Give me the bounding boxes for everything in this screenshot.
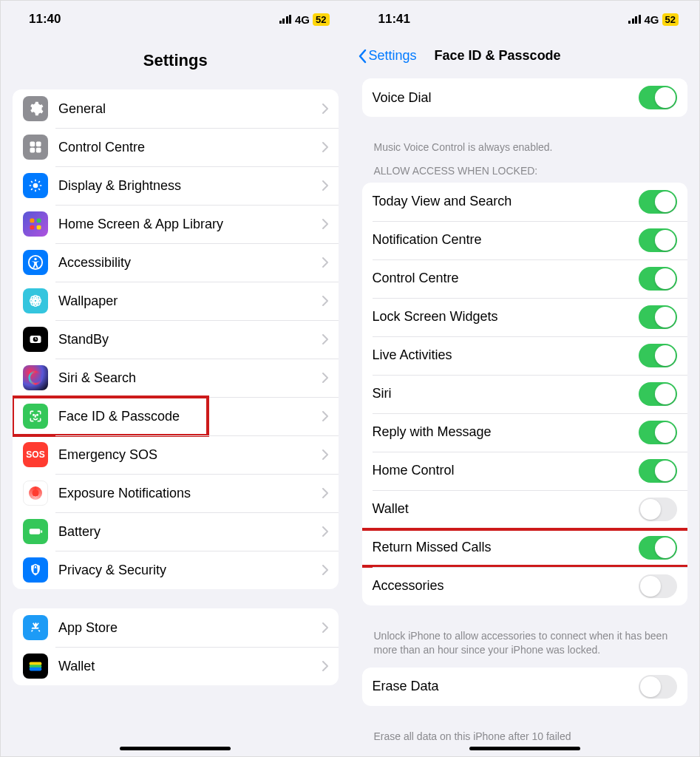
live-activities-toggle[interactable] — [639, 344, 677, 367]
chevron-right-icon — [322, 373, 328, 383]
settings-row-home-screen[interactable]: Home Screen & App Library — [13, 205, 339, 243]
row-label: Wallet — [58, 659, 322, 674]
standby-icon — [23, 327, 48, 352]
access-row-today-view[interactable]: Today View and Search — [362, 183, 688, 221]
voice-dial-row[interactable]: Voice Dial — [362, 78, 688, 117]
settings-row-wallet[interactable]: Wallet — [13, 647, 339, 685]
chevron-right-icon — [322, 219, 328, 229]
faceid-content[interactable]: Voice Dial Music Voice Control is always… — [350, 78, 700, 756]
svg-line-12 — [38, 181, 40, 183]
chevron-right-icon — [322, 411, 328, 421]
settings-row-display[interactable]: Display & Brightness — [13, 166, 339, 205]
network-label: 4G — [295, 13, 310, 26]
chevron-right-icon — [322, 488, 328, 498]
row-label: Exposure Notifications — [58, 486, 322, 501]
display-icon — [23, 173, 48, 198]
home-control-toggle[interactable] — [639, 459, 677, 483]
settings-list[interactable]: GeneralControl CentreDisplay & Brightnes… — [1, 89, 350, 756]
notification-centre-toggle[interactable] — [639, 228, 677, 252]
chevron-right-icon — [322, 296, 328, 306]
sos-icon: SOS — [23, 442, 48, 467]
access-row-home-control[interactable]: Home Control — [362, 452, 688, 490]
accessibility-icon — [23, 250, 48, 275]
status-bar: 11:40 4G 52 — [1, 1, 350, 38]
settings-row-control-centre[interactable]: Control Centre — [13, 128, 339, 166]
status-bar: 11:41 4G 52 — [350, 1, 700, 38]
settings-row-siri[interactable]: Siri & Search — [13, 359, 339, 397]
home-indicator[interactable] — [120, 747, 231, 750]
return-missed-toggle[interactable] — [639, 536, 677, 560]
lock-widgets-toggle[interactable] — [639, 305, 677, 329]
row-label: General — [58, 101, 322, 117]
gear-icon — [23, 96, 48, 121]
row-label: Accessibility — [58, 255, 322, 271]
control-centre-toggle[interactable] — [639, 267, 677, 291]
chevron-right-icon — [322, 622, 328, 633]
row-label: Lock Screen Widgets — [373, 309, 639, 325]
svg-rect-16 — [37, 225, 41, 230]
faceid-icon — [23, 404, 48, 429]
svg-rect-1 — [36, 142, 41, 147]
wallet-access-toggle[interactable] — [639, 498, 677, 521]
svg-rect-40 — [30, 668, 42, 671]
row-label: Siri & Search — [58, 370, 322, 386]
siri-toggle[interactable] — [639, 382, 677, 406]
access-row-siri[interactable]: Siri — [362, 375, 688, 413]
access-row-accessories[interactable]: Accessories — [362, 567, 688, 605]
chevron-right-icon — [322, 257, 328, 268]
svg-rect-2 — [30, 148, 35, 153]
settings-row-standby[interactable]: StandBy — [13, 320, 339, 359]
home-screen-icon — [23, 211, 48, 237]
settings-row-exposure[interactable]: Exposure Notifications — [13, 474, 339, 512]
access-row-control-centre[interactable]: Control Centre — [362, 259, 688, 298]
voice-dial-footer: Music Voice Control is always enabled. — [362, 136, 688, 165]
access-row-return-missed[interactable]: Return Missed Calls — [362, 529, 688, 567]
row-label: Wallet — [373, 501, 639, 517]
access-row-live-activities[interactable]: Live Activities — [362, 336, 688, 375]
settings-row-general[interactable]: General — [13, 89, 339, 128]
erase-data-toggle[interactable] — [639, 675, 677, 699]
settings-row-sos[interactable]: SOSEmergency SOS — [13, 435, 339, 474]
erase-data-row[interactable]: Erase Data — [362, 668, 688, 706]
access-row-reply-message[interactable]: Reply with Message — [362, 413, 688, 452]
settings-row-faceid[interactable]: Face ID & Passcode — [13, 397, 339, 435]
svg-point-4 — [33, 183, 38, 189]
today-view-toggle[interactable] — [639, 190, 677, 214]
settings-row-appstore[interactable]: App Store — [13, 608, 339, 647]
chevron-right-icon — [322, 661, 328, 671]
voice-dial-toggle[interactable] — [639, 86, 677, 109]
row-label: Control Centre — [58, 140, 322, 155]
settings-row-accessibility[interactable]: Accessibility — [13, 243, 339, 282]
reply-message-toggle[interactable] — [639, 421, 677, 444]
settings-row-battery[interactable]: Battery — [13, 512, 339, 551]
row-label: Notification Centre — [373, 232, 639, 248]
home-indicator[interactable] — [469, 747, 580, 750]
access-row-notification-centre[interactable]: Notification Centre — [362, 221, 688, 259]
status-time: 11:41 — [378, 12, 410, 27]
row-label: Emergency SOS — [58, 447, 322, 463]
row-label: Siri — [373, 386, 639, 401]
svg-point-33 — [33, 415, 34, 415]
svg-line-10 — [38, 189, 40, 190]
wallpaper-icon — [23, 288, 48, 313]
siri-icon — [23, 365, 48, 390]
row-label: App Store — [58, 620, 322, 636]
row-label: Accessories — [373, 578, 639, 594]
page-title: Settings — [1, 38, 350, 89]
accessories-toggle[interactable] — [639, 574, 677, 598]
settings-row-wallpaper[interactable]: Wallpaper — [13, 282, 339, 320]
status-time: 11:40 — [29, 12, 61, 27]
row-label: Display & Brightness — [58, 178, 322, 194]
svg-rect-35 — [30, 529, 41, 534]
settings-row-privacy[interactable]: Privacy & Security — [13, 551, 339, 589]
svg-line-11 — [31, 189, 33, 190]
faceid-passcode-panel: 11:41 4G 52 Settings Face ID & Passcode … — [350, 1, 700, 756]
access-row-lock-widgets[interactable]: Lock Screen Widgets — [362, 298, 688, 336]
access-row-wallet-access[interactable]: Wallet — [362, 490, 688, 529]
accessories-footer: Unlock iPhone to allow accessories to co… — [362, 625, 688, 668]
back-button[interactable]: Settings — [358, 48, 417, 64]
row-label: StandBy — [58, 332, 322, 347]
chevron-left-icon — [358, 49, 367, 64]
battery-badge: 52 — [313, 13, 329, 26]
svg-rect-36 — [41, 530, 42, 533]
